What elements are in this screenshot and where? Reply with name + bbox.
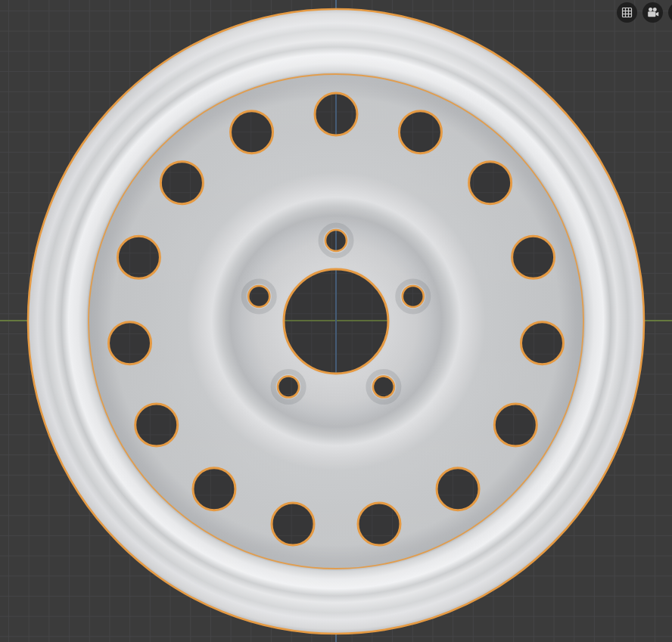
- viewport-gizmo-bar: [617, 2, 672, 23]
- camera-view-icon: [647, 7, 659, 18]
- grid-view-icon-button[interactable]: [617, 2, 637, 23]
- hand-tool-icon-button[interactable]: [668, 2, 672, 23]
- grid-view-icon: [621, 7, 633, 18]
- camera-view-icon-button[interactable]: [642, 2, 663, 23]
- 3d-viewport[interactable]: [0, 0, 672, 642]
- wheel-rim-object[interactable]: [0, 0, 672, 642]
